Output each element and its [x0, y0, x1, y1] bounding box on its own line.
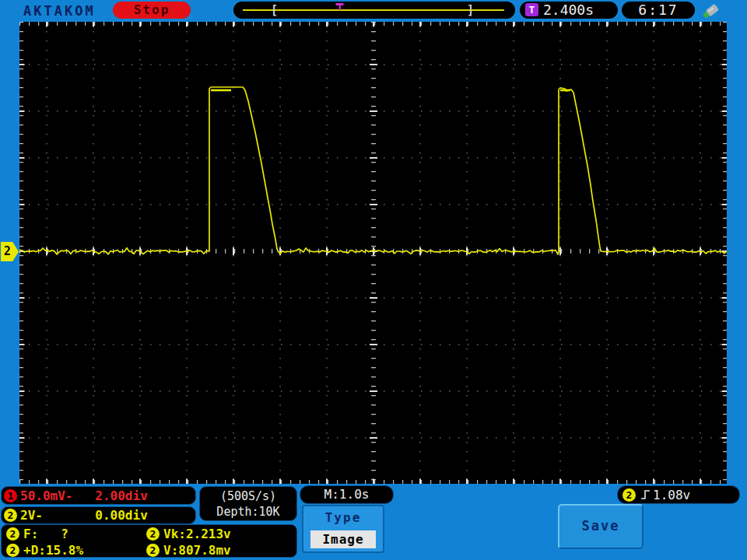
measurement-channel-badge: 2	[146, 544, 160, 557]
channel1-badge: 1	[4, 489, 17, 502]
save-button[interactable]: Save	[558, 504, 644, 549]
measurement-voltage: 2 V:807.8mv	[146, 543, 231, 558]
memory-depth: Depth:10K	[200, 504, 296, 520]
timebase-readout: M:1.0s	[300, 485, 394, 504]
horizontal-position-bar[interactable]: [ ]	[233, 2, 515, 19]
channel2-badge: 2	[4, 509, 17, 522]
bottom-status-panel: 1 50.0mV- 2.00div 2 2V- 0.00div (500S/s)…	[0, 484, 747, 560]
channel2-readout: 2 2V- 0.00div	[1, 506, 196, 524]
usb-drive-icon	[701, 2, 723, 20]
waveform-display	[19, 22, 727, 484]
measurement-vk: 2 Vk:2.213v	[146, 527, 231, 541]
trigger-time-icon: T	[525, 3, 538, 16]
sample-rate: (500S/s)	[200, 488, 296, 504]
position-line	[243, 9, 504, 11]
channel2-level-marker[interactable]: 2	[1, 242, 19, 261]
measurement-channel-badge: 2	[146, 527, 160, 541]
oscilloscope-screen: AKTAKOM Stop [ ] T 2.400s 6:17	[0, 0, 747, 560]
menu-option-image[interactable]: Image	[310, 530, 376, 548]
measurement-value: Vk:2.213v	[163, 527, 231, 541]
channel2-scale-offset: 2V- 0.00div	[20, 508, 148, 523]
trigger-readout: 2 1.08v	[617, 485, 740, 504]
scope-graticule-and-trace	[19, 22, 727, 484]
trigger-level-value: 1.08v	[653, 488, 690, 502]
measurement-channel-badge: 2	[6, 544, 19, 557]
measurement-value: F: ?	[23, 527, 68, 541]
trigger-position-icon	[335, 3, 344, 10]
acquisition-state-button[interactable]: Stop	[113, 2, 191, 19]
rising-edge-icon	[640, 488, 651, 501]
measurement-value: +D:15.8%	[23, 543, 83, 558]
menu-title: Type	[303, 510, 383, 525]
window-left-bracket: [	[271, 2, 278, 18]
trigger-time-value: 2.400s	[543, 2, 594, 19]
measurement-channel-badge: 2	[6, 527, 19, 541]
brand-logo: AKTAKOM	[23, 3, 96, 19]
channel1-scale-offset: 50.0mV- 2.00div	[20, 488, 148, 503]
channel1-readout: 1 50.0mV- 2.00div	[1, 486, 196, 505]
measurement-duty: 2 +D:15.8%	[6, 543, 83, 558]
clock: 6:17	[622, 2, 695, 19]
measurement-value: V:807.8mv	[163, 543, 231, 558]
trigger-channel-badge: 2	[622, 488, 636, 502]
measurement-frequency: 2 F: ?	[6, 527, 68, 541]
trigger-time-readout: T 2.400s	[520, 2, 618, 19]
softmenu-type: Type Image	[302, 505, 384, 553]
measurement-readouts: 2 F: ? 2 Vk:2.213v 2 +D:15.8% 2 V:807.8m…	[1, 524, 297, 558]
window-right-bracket: ]	[467, 2, 474, 18]
acquisition-readout: (500S/s) Depth:10K	[199, 486, 297, 521]
